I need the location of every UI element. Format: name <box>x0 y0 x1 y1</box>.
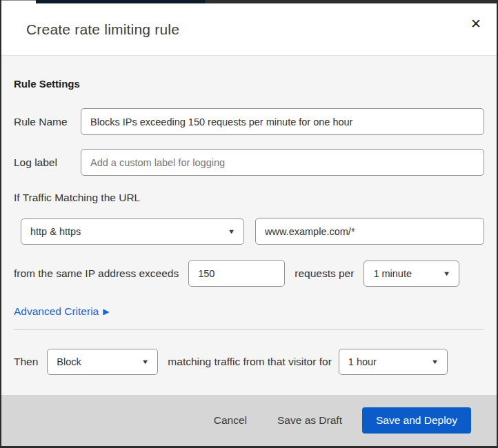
traffic-match-row: http & https ▼ <box>14 218 484 245</box>
action-prefix-text: Then <box>14 356 38 368</box>
log-label-label: Log label <box>14 156 81 169</box>
rule-name-row: Rule Name <box>14 108 484 135</box>
scheme-select[interactable]: http & https ▼ <box>21 218 244 245</box>
action-middle-text: matching traffic from that visitor for <box>168 356 331 368</box>
action-select[interactable]: Block ▼ <box>47 349 158 375</box>
save-as-draft-button[interactable]: Save as Draft <box>267 409 352 432</box>
threshold-middle-text: requests per <box>295 267 354 280</box>
cancel-button[interactable]: Cancel <box>203 409 257 432</box>
caret-down-icon: ▼ <box>228 228 235 235</box>
requests-count-input[interactable] <box>188 260 285 287</box>
dialog-body: Rule Settings Rule Name Log label If Tra… <box>1 56 497 395</box>
action-select-value: Block <box>57 356 81 367</box>
dialog-header: Create rate limiting rule ✕ <box>1 3 497 56</box>
traffic-match-heading: If Traffic Matching the URL <box>14 192 484 204</box>
caret-down-icon: ▼ <box>443 270 450 277</box>
threshold-prefix-text: from the same IP address exceeds <box>14 267 179 280</box>
close-icon[interactable]: ✕ <box>466 14 486 34</box>
caret-down-icon: ▼ <box>141 358 149 365</box>
dialog-title: Create rate limiting rule <box>26 21 179 38</box>
threshold-row: from the same IP address exceeds request… <box>14 260 484 287</box>
period-select[interactable]: 1 minute ▼ <box>363 261 459 287</box>
url-pattern-input[interactable] <box>255 218 484 245</box>
log-label-row: Log label <box>14 149 484 176</box>
duration-select-value: 1 hour <box>348 356 377 367</box>
action-row: Then Block ▼ matching traffic from that … <box>14 349 484 375</box>
save-and-deploy-button[interactable]: Save and Deploy <box>362 407 471 434</box>
advanced-criteria-label: Advanced Criteria <box>14 305 99 318</box>
duration-select[interactable]: 1 hour ▼ <box>339 349 448 375</box>
dialog-footer: Cancel Save as Draft Save and Deploy <box>1 395 497 446</box>
rule-name-input[interactable] <box>81 108 484 135</box>
rule-settings-heading: Rule Settings <box>14 78 484 90</box>
section-divider <box>14 329 484 330</box>
rule-name-label: Rule Name <box>14 116 81 128</box>
arrow-right-icon: ▶ <box>103 307 109 316</box>
caret-down-icon: ▼ <box>431 358 439 365</box>
advanced-criteria-link[interactable]: Advanced Criteria ▶ <box>14 305 109 318</box>
scheme-select-value: http & https <box>30 226 81 237</box>
log-label-input[interactable] <box>81 149 484 176</box>
rate-limit-dialog-window: Create rate limiting rule ✕ Rule Setting… <box>0 0 498 448</box>
period-select-value: 1 minute <box>373 268 412 279</box>
